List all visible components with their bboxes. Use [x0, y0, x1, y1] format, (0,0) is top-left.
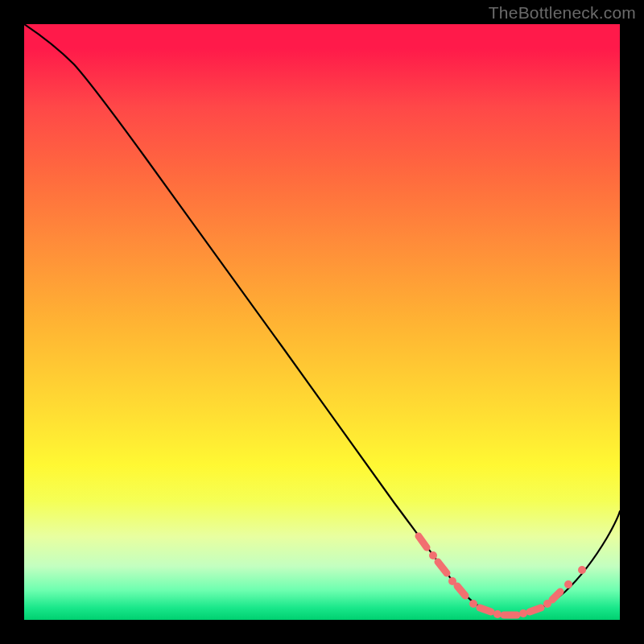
marker-dash [530, 608, 541, 612]
marker-dot [469, 600, 477, 608]
marker-dash [480, 608, 491, 612]
marker-dash [419, 536, 427, 547]
plot-area [24, 24, 620, 620]
marker-dot [578, 566, 586, 574]
marker-dash [552, 592, 560, 600]
outer-frame: TheBottleneck.com [0, 0, 644, 644]
bottleneck-curve [24, 24, 620, 615]
marker-dot [564, 580, 572, 588]
marker-dot [493, 610, 502, 618]
marker-dot [429, 551, 437, 559]
watermark-text: TheBottleneck.com [489, 3, 636, 23]
marker-dash [438, 562, 447, 573]
marker-dash [457, 586, 465, 596]
marker-dot [519, 609, 527, 617]
curve-svg [24, 24, 620, 620]
